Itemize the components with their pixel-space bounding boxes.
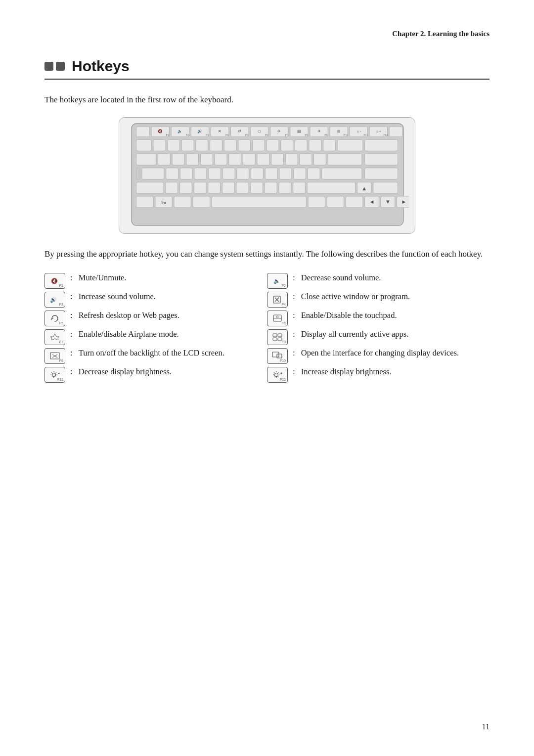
section-heading: Hotkeys [44, 58, 490, 80]
svg-rect-67 [314, 154, 326, 165]
svg-text:▭: ▭ [258, 129, 262, 133]
svg-rect-38 [389, 127, 402, 137]
apps-icon: F8 [267, 329, 288, 345]
svg-rect-91 [236, 182, 249, 194]
hk-text-display: Open the interface for changing display … [301, 347, 490, 359]
svg-rect-80 [279, 168, 292, 179]
svg-text:🔊: 🔊 [198, 129, 203, 133]
svg-point-143 [275, 373, 278, 376]
heading-icon-dot-1 [44, 62, 53, 71]
svg-rect-64 [271, 154, 284, 165]
svg-point-123 [276, 316, 278, 318]
hk-text-bright-up: Increase display brightness. [301, 366, 490, 378]
svg-rect-71 [142, 168, 164, 179]
svg-rect-44 [210, 140, 222, 151]
hk-text-touchpad: Enable/Disable the touchpad. [301, 310, 490, 322]
svg-rect-43 [196, 140, 208, 151]
hk-colon-3: : [70, 292, 73, 302]
intro-text: The hotkeys are located in the first row… [44, 93, 490, 106]
svg-text:F4: F4 [225, 133, 228, 136]
svg-rect-73 [180, 168, 192, 179]
svg-rect-124 [273, 334, 277, 337]
svg-rect-88 [194, 182, 206, 194]
svg-rect-47 [252, 140, 265, 151]
hk-row-5: F9 : Turn on/off the backlight of the LC… [44, 347, 490, 364]
svg-rect-75 [209, 168, 221, 179]
brightness-up-icon: F12 [267, 367, 288, 383]
hk-text-close: Close active window or program. [301, 291, 490, 303]
svg-line-148 [274, 372, 275, 373]
svg-text:F12: F12 [383, 133, 388, 136]
svg-line-151 [278, 372, 279, 373]
svg-text:▲: ▲ [361, 185, 367, 191]
svg-rect-85 [136, 182, 164, 194]
svg-point-133 [52, 373, 56, 376]
hk-colon-7: : [70, 329, 73, 339]
svg-rect-93 [265, 182, 277, 194]
svg-rect-89 [208, 182, 221, 194]
backlight-icon: F9 [44, 348, 65, 364]
display-devices-icon: F10 [267, 348, 288, 364]
svg-rect-72 [166, 168, 178, 179]
hk-colon-8: : [293, 329, 295, 339]
svg-rect-131 [272, 352, 279, 357]
hk-colon-4: : [293, 292, 295, 302]
svg-rect-76 [222, 168, 235, 179]
svg-line-141 [56, 372, 57, 373]
hk-colon-2: : [293, 273, 295, 283]
svg-rect-82 [308, 168, 320, 179]
svg-rect-63 [257, 154, 269, 165]
vol-down-icon: 🔈 F2 [267, 273, 288, 289]
svg-rect-100 [136, 196, 153, 208]
svg-rect-52 [323, 140, 336, 151]
svg-rect-59 [200, 154, 213, 165]
heading-icons [44, 62, 65, 71]
touchpad-icon: F6 [267, 311, 288, 326]
hk-colon-9: : [70, 348, 73, 358]
svg-text:Fn: Fn [161, 200, 166, 205]
svg-text:►: ► [401, 199, 406, 205]
hk-colon-10: : [293, 348, 295, 358]
svg-rect-55 [136, 154, 156, 165]
svg-rect-65 [285, 154, 298, 165]
hk-text-vol-up: Increase sound volume. [79, 291, 257, 303]
hk-colon-5: : [70, 311, 73, 320]
svg-text:☼-: ☼- [356, 129, 361, 133]
svg-text:✕: ✕ [218, 129, 222, 133]
svg-rect-103 [174, 196, 191, 208]
svg-rect-90 [222, 182, 234, 194]
vol-up-icon: 🔊 F3 [44, 292, 65, 308]
svg-rect-62 [243, 154, 255, 165]
svg-text:☼+: ☼+ [376, 129, 381, 133]
svg-rect-127 [278, 338, 282, 341]
svg-text:🔇: 🔇 [158, 129, 163, 133]
svg-rect-40 [153, 140, 166, 151]
svg-rect-58 [186, 154, 199, 165]
hk-colon-6: : [293, 311, 295, 320]
page: Chapter 2. Learning the basics Hotkeys T… [0, 0, 534, 756]
airplane-icon: F7 [44, 329, 65, 345]
svg-rect-126 [273, 338, 277, 341]
hk-text-vol-down: Decrease sound volume. [301, 272, 490, 284]
svg-text:◄: ◄ [369, 199, 374, 205]
svg-text:F3: F3 [206, 133, 209, 136]
svg-line-150 [274, 376, 275, 377]
svg-rect-83 [322, 168, 362, 179]
hk-cell-apps: F8 : Display all currently active apps. [267, 328, 490, 345]
svg-rect-39 [136, 140, 152, 151]
svg-rect-70 [136, 168, 140, 179]
hk-cell-vol-down: 🔈 F2 : Decrease sound volume. [267, 272, 490, 289]
svg-text:↺: ↺ [238, 129, 241, 133]
svg-rect-84 [365, 168, 398, 179]
svg-rect-53 [337, 140, 363, 151]
hk-cell-mute: 🔇 F1 : Mute/Unmute. [44, 272, 267, 289]
svg-rect-94 [279, 182, 291, 194]
svg-rect-69 [365, 154, 398, 165]
page-number: 11 [482, 722, 490, 731]
hk-cell-touchpad: F6 : Enable/Disable the touchpad. [267, 310, 490, 326]
svg-text:F11: F11 [363, 133, 368, 136]
svg-line-140 [51, 376, 52, 377]
keyboard-svg: 🔇 F1 🔈 F2 🔊 F3 ✕ F4 ↺ F5 ▭ F6 ✈ F [126, 123, 409, 226]
hk-row-2: 🔊 F3 : Increase sound volume. F4 [44, 291, 490, 308]
keyboard-image: 🔇 F1 🔈 F2 🔊 F3 ✕ F4 ↺ F5 ▭ F6 ✈ F [119, 117, 415, 234]
